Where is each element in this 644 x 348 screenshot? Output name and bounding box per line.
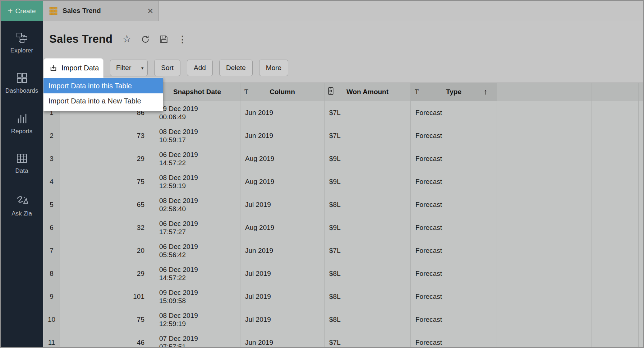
empty-cell[interactable] (544, 285, 592, 308)
snapshot-date-cell[interactable]: 07 Dec 2019 07:57:51 (154, 331, 240, 347)
sidebar-item-data[interactable]: Data (1, 153, 43, 175)
sort-button[interactable]: Sort (154, 60, 180, 76)
empty-cell[interactable] (497, 285, 544, 308)
type-cell[interactable]: Forecast (411, 124, 497, 147)
empty-cell[interactable] (544, 101, 592, 124)
empty-cell[interactable] (592, 239, 639, 262)
empty-cell[interactable] (592, 216, 639, 239)
header-type[interactable]: T Type ↑ (411, 83, 497, 101)
column-cell[interactable]: Jun 2019 (240, 331, 325, 347)
add-button[interactable]: Add (187, 60, 213, 76)
won-amount-cell[interactable]: $7L (325, 124, 411, 147)
value-cell[interactable]: 65 (60, 193, 154, 216)
empty-cell[interactable] (544, 308, 592, 331)
tab-close-icon[interactable]: ✕ (147, 7, 153, 15)
empty-cell[interactable] (544, 239, 592, 262)
sidebar-item-ask-zia[interactable]: Ask Zia (1, 195, 43, 217)
won-amount-cell[interactable]: $7L (325, 239, 411, 262)
empty-cell[interactable] (497, 239, 544, 262)
won-amount-cell[interactable]: $9L (325, 216, 411, 239)
menu-item-import-this-table[interactable]: Import Data into this Table (43, 78, 163, 93)
empty-cell[interactable] (639, 239, 643, 262)
header-snapshot-date[interactable]: Snapshot Date (154, 83, 240, 101)
empty-cell[interactable] (639, 147, 643, 170)
refresh-icon[interactable] (141, 35, 150, 44)
won-amount-cell[interactable]: $8L (325, 193, 411, 216)
snapshot-date-cell[interactable]: 06 Dec 2019 14:57:22 (154, 262, 240, 285)
row-number-cell[interactable]: 2 (43, 124, 60, 147)
type-cell[interactable]: Forecast (411, 170, 497, 193)
snapshot-date-cell[interactable]: 08 Dec 2019 10:59:17 (154, 124, 240, 147)
column-cell[interactable]: Jun 2019 (240, 101, 325, 124)
empty-cell[interactable] (544, 193, 592, 216)
value-cell[interactable]: 29 (60, 147, 154, 170)
favorite-star-icon[interactable]: ☆ (122, 34, 131, 44)
type-cell[interactable]: Forecast (411, 147, 497, 170)
value-cell[interactable]: 75 (60, 308, 154, 331)
header-empty[interactable] (592, 83, 639, 101)
column-cell[interactable]: Aug 2019 (240, 216, 325, 239)
empty-cell[interactable] (592, 285, 639, 308)
filter-dropdown-caret-icon[interactable]: ▾ (137, 60, 147, 76)
column-cell[interactable]: Jun 2019 (240, 124, 325, 147)
row-number-cell[interactable]: 3 (43, 147, 60, 170)
sidebar-item-explorer[interactable]: Explorer (1, 32, 43, 54)
row-number-cell[interactable]: 8 (43, 262, 60, 285)
type-cell[interactable]: Forecast (411, 331, 497, 347)
won-amount-cell[interactable]: $9L (325, 147, 411, 170)
create-button[interactable]: + Create (1, 1, 43, 21)
type-cell[interactable]: Forecast (411, 285, 497, 308)
row-number-cell[interactable]: 10 (43, 308, 60, 331)
more-button[interactable]: More (259, 60, 288, 76)
header-empty[interactable] (544, 83, 592, 101)
type-cell[interactable]: Forecast (411, 193, 497, 216)
empty-cell[interactable] (639, 124, 643, 147)
row-number-cell[interactable]: 9 (43, 285, 60, 308)
value-cell[interactable]: 101 (60, 285, 154, 308)
snapshot-date-cell[interactable]: 06 Dec 2019 17:57:27 (154, 216, 240, 239)
header-empty[interactable] (639, 83, 643, 101)
empty-cell[interactable] (497, 124, 544, 147)
empty-cell[interactable] (592, 170, 639, 193)
value-cell[interactable]: 32 (60, 216, 154, 239)
snapshot-date-cell[interactable]: 08 Dec 2019 12:59:19 (154, 170, 240, 193)
won-amount-cell[interactable]: $8L (325, 262, 411, 285)
empty-cell[interactable] (639, 216, 643, 239)
header-won-amount[interactable]: Won Amount (325, 83, 411, 101)
column-cell[interactable]: Jul 2019 (240, 285, 325, 308)
row-number-cell[interactable]: 7 (43, 239, 60, 262)
snapshot-date-cell[interactable]: 09 Dec 2019 00:06:49 (154, 101, 240, 124)
snapshot-date-cell[interactable]: 06 Dec 2019 05:56:42 (154, 239, 240, 262)
type-cell[interactable]: Forecast (411, 216, 497, 239)
value-cell[interactable]: 46 (60, 331, 154, 347)
empty-cell[interactable] (544, 331, 592, 347)
more-options-kebab-icon[interactable]: ⋮ (178, 35, 187, 44)
row-number-cell[interactable]: 4 (43, 170, 60, 193)
type-cell[interactable]: Forecast (411, 308, 497, 331)
value-cell[interactable]: 29 (60, 262, 154, 285)
type-cell[interactable]: Forecast (411, 101, 497, 124)
won-amount-cell[interactable]: $9L (325, 170, 411, 193)
column-cell[interactable]: Jul 2019 (240, 193, 325, 216)
row-number-cell[interactable]: 6 (43, 216, 60, 239)
column-cell[interactable]: Jul 2019 (240, 308, 325, 331)
empty-cell[interactable] (639, 285, 643, 308)
filter-label[interactable]: Filter (110, 60, 137, 76)
won-amount-cell[interactable]: $7L (325, 331, 411, 347)
empty-cell[interactable] (639, 101, 643, 124)
sidebar-item-dashboards[interactable]: Dashboards (1, 73, 43, 94)
empty-cell[interactable] (497, 308, 544, 331)
snapshot-date-cell[interactable]: 06 Dec 2019 14:57:22 (154, 147, 240, 170)
empty-cell[interactable] (544, 124, 592, 147)
empty-cell[interactable] (639, 331, 643, 347)
snapshot-date-cell[interactable]: 08 Dec 2019 12:59:19 (154, 308, 240, 331)
empty-cell[interactable] (497, 262, 544, 285)
won-amount-cell[interactable]: $8L (325, 308, 411, 331)
column-cell[interactable]: Jul 2019 (240, 262, 325, 285)
empty-cell[interactable] (592, 124, 639, 147)
header-column[interactable]: T Column (240, 83, 325, 101)
menu-item-import-new-table[interactable]: Import Data into a New Table (43, 93, 163, 108)
empty-cell[interactable] (639, 308, 643, 331)
empty-cell[interactable] (639, 170, 643, 193)
empty-cell[interactable] (544, 216, 592, 239)
